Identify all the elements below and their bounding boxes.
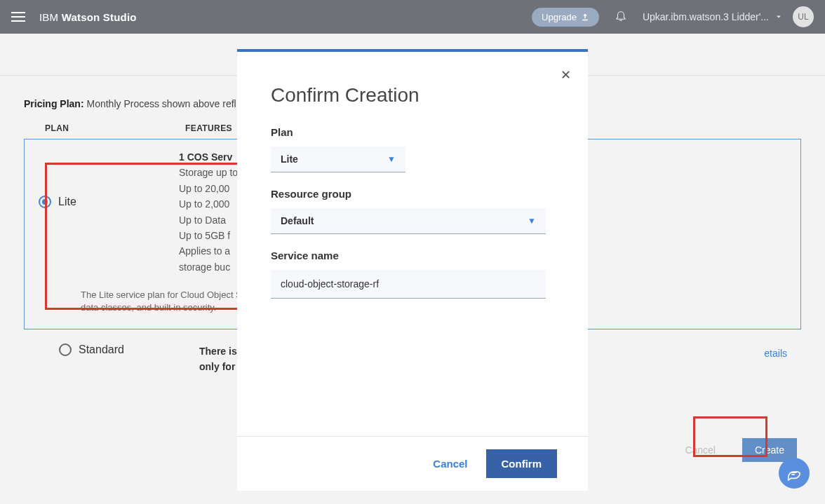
col-plan: PLAN [45,123,185,133]
upgrade-label: Upgrade [542,12,577,22]
resource-group-value: Default [281,215,314,226]
resource-group-select[interactable]: Default ▼ [271,208,546,234]
service-name-input[interactable] [271,270,546,299]
notifications-icon[interactable] [615,8,627,25]
chat-icon [786,465,802,481]
chat-fab[interactable] [779,458,810,489]
modal-cancel-button[interactable]: Cancel [433,458,467,470]
plan-select[interactable]: Lite ▼ [271,147,405,172]
details-link[interactable]: etails [764,348,787,359]
field-label-service-name: Service name [271,250,554,261]
col-features: FEATURES [185,123,232,133]
avatar[interactable]: UL [793,6,814,27]
avatar-initials: UL [798,12,808,22]
plan-select-value: Lite [281,154,298,165]
menu-icon[interactable] [11,12,25,22]
upload-icon [581,13,589,21]
chevron-down-icon: ▼ [528,216,536,226]
brand: IBM Watson Studio [39,11,137,23]
upgrade-button[interactable]: Upgrade [532,8,599,27]
account-label: Upkar.ibm.watson.3 Lidder'... [643,11,769,22]
modal-close-button[interactable]: ✕ [561,67,571,83]
bg-cancel-button[interactable]: Cancel [672,438,728,462]
plan-standard-radio[interactable]: Standard [59,343,199,356]
field-label-resource-group: Resource group [271,188,554,200]
top-bar: IBM Watson Studio Upgrade Upkar.ibm.wats… [0,0,825,34]
confirm-creation-modal: ✕ Confirm Creation Plan Lite ▼ Resource … [237,49,588,491]
plan-lite-label: Lite [58,196,76,208]
brand-prefix: IBM [39,11,62,23]
modal-title: Confirm Creation [271,84,554,107]
chevron-down-icon: ▼ [387,154,396,164]
radio-selected-icon [39,196,51,208]
brand-bold: Watson Studio [62,11,137,23]
plan-lite-radio[interactable]: Lite [39,149,179,208]
modal-confirm-button[interactable]: Confirm [486,449,558,478]
radio-unselected-icon [59,343,72,356]
plan-standard-label: Standard [79,343,124,356]
background-footer-buttons: Cancel Create [672,438,797,462]
account-dropdown[interactable]: Upkar.ibm.watson.3 Lidder'... [643,11,783,22]
modal-footer: Cancel Confirm [237,436,588,491]
chevron-down-icon [774,13,783,21]
pricing-text: Monthly Process shown above refl [84,98,236,109]
field-label-plan: Plan [271,126,554,138]
pricing-label: Pricing Plan: [24,98,84,109]
